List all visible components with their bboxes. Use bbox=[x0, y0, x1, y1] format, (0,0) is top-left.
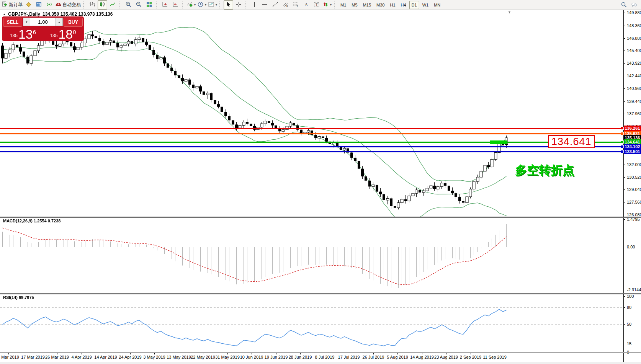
fibonacci-button[interactable]: F bbox=[291, 0, 301, 10]
volume-increase-button[interactable]: ▲ bbox=[56, 18, 63, 26]
text-label-button[interactable]: T bbox=[312, 0, 321, 10]
price-142.440-label: 142.440 bbox=[627, 73, 641, 78]
cursor-button[interactable] bbox=[224, 0, 233, 10]
dropdown-arrow-icon: ▾ bbox=[216, 3, 217, 7]
line-marker-133_501[interactable] bbox=[621, 150, 624, 153]
arrows-button[interactable]: ▾ bbox=[322, 0, 332, 10]
sell-price-display[interactable]: 135 13 6 bbox=[3, 26, 43, 40]
text-button[interactable]: A bbox=[301, 0, 311, 10]
timeframe-d1-button[interactable]: D1 bbox=[409, 1, 419, 9]
line-marker-136_261[interactable] bbox=[621, 127, 624, 130]
chart-window-icon bbox=[36, 1, 42, 8]
rsi-indicator-label: RSI(14) 69.7975 bbox=[3, 295, 34, 300]
collapse-triangle-icon[interactable]: ▲ bbox=[3, 13, 6, 16]
new-order-button[interactable]: 新订单 bbox=[1, 0, 23, 10]
buy-price-display[interactable]: 135 18 0 bbox=[43, 26, 83, 40]
indicators-button[interactable]: ▾ bbox=[186, 0, 196, 10]
hline-133_501[interactable] bbox=[0, 151, 623, 152]
buy-button[interactable]: BUY bbox=[64, 18, 83, 27]
vertical-line-button[interactable] bbox=[250, 0, 259, 10]
timeframe-h1-button[interactable]: H1 bbox=[388, 1, 397, 9]
trendline-button[interactable] bbox=[270, 0, 280, 10]
price-callout-label[interactable]: 134.641 bbox=[548, 135, 595, 148]
fibo-icon: F bbox=[293, 1, 299, 8]
indicators-icon bbox=[186, 1, 193, 8]
template-icon bbox=[208, 1, 214, 8]
autotrading-button[interactable]: 自动交易 bbox=[55, 0, 81, 10]
rsi-panel-canvas[interactable] bbox=[0, 294, 623, 352]
chart-shift-marker-icon[interactable]: ▼ bbox=[508, 10, 511, 14]
date-label: 19 Jun 2019 bbox=[265, 355, 288, 359]
autotrade-icon bbox=[55, 1, 62, 8]
line-marker-134_641[interactable] bbox=[621, 140, 624, 144]
annotation-text[interactable]: 多空转折点 bbox=[515, 162, 574, 178]
hline-134_102[interactable] bbox=[0, 146, 623, 147]
toolbar-separator bbox=[119, 2, 122, 8]
toolbar-separator bbox=[83, 2, 85, 8]
line-marker-134_102[interactable] bbox=[621, 145, 624, 148]
panel-separator-rsi[interactable] bbox=[0, 293, 641, 294]
timeframe-m5-button[interactable]: M5 bbox=[349, 1, 360, 9]
tile-windows-button[interactable] bbox=[144, 0, 154, 10]
price-143.920-label: 143.920 bbox=[627, 61, 641, 65]
crosshair-button[interactable] bbox=[234, 0, 244, 10]
candlestick-chart-button[interactable] bbox=[98, 0, 107, 10]
clock-icon bbox=[197, 1, 204, 8]
sell-button[interactable]: SELL bbox=[3, 18, 22, 27]
price-149.880-label: 149.880 bbox=[627, 10, 641, 15]
line-chart-button[interactable] bbox=[108, 0, 118, 10]
bar-chart-button[interactable] bbox=[87, 0, 97, 10]
timeframe-w1-button[interactable]: W1 bbox=[420, 1, 431, 9]
toolbar-right-group bbox=[619, 0, 639, 10]
search-button[interactable] bbox=[619, 0, 629, 10]
macd-panel-canvas[interactable] bbox=[0, 218, 623, 293]
date-tick bbox=[227, 353, 228, 354]
profiles-button[interactable] bbox=[24, 0, 33, 10]
chat-button[interactable] bbox=[630, 0, 639, 10]
line-price-label-133_501: 133.501 bbox=[624, 149, 641, 154]
volume-decrease-button[interactable]: ▼ bbox=[23, 18, 30, 26]
date-tick bbox=[33, 353, 33, 354]
date-label: 8 Jul 2019 bbox=[315, 355, 335, 359]
hline-134_641[interactable] bbox=[0, 142, 623, 143]
sell-price-prefix: 135 bbox=[10, 33, 18, 38]
textA-icon: A bbox=[303, 1, 309, 8]
timeframe-h4-button[interactable]: H4 bbox=[399, 1, 409, 9]
rsi-50-label: 50 bbox=[627, 322, 631, 326]
date-label: 23 Aug 2019 bbox=[434, 355, 458, 359]
timeframe-m30-button[interactable]: M30 bbox=[374, 1, 387, 9]
volume-input[interactable]: 1.00 bbox=[30, 18, 56, 26]
plot-axis-border bbox=[623, 10, 624, 362]
charts-window-button[interactable] bbox=[34, 0, 44, 10]
signals-button[interactable] bbox=[44, 0, 54, 10]
date-label: 24 Apr 2019 bbox=[119, 355, 141, 359]
auto-scroll-button[interactable] bbox=[160, 0, 170, 10]
dropdown-arrow-icon: ▾ bbox=[194, 3, 196, 7]
hline-136_261[interactable] bbox=[0, 128, 623, 129]
date-tick bbox=[179, 353, 179, 354]
chart-shift-button[interactable] bbox=[170, 0, 180, 10]
time-axis[interactable]: 7 Mar 201917 Mar 201926 Mar 20194 Apr 20… bbox=[0, 353, 641, 362]
zoom-out-button[interactable] bbox=[134, 0, 144, 10]
periods-button[interactable]: ▾ bbox=[197, 0, 207, 10]
line-marker-135_631[interactable] bbox=[621, 132, 624, 135]
cursor-icon bbox=[225, 1, 232, 8]
highlight-segment[interactable] bbox=[490, 140, 507, 144]
zoom-in-button[interactable] bbox=[124, 0, 133, 10]
timeframe-m15-button[interactable]: M15 bbox=[361, 1, 373, 9]
main-chart-canvas[interactable] bbox=[0, 10, 623, 217]
dropdown-arrow-icon: ▾ bbox=[205, 3, 206, 7]
timeframe-mn-button[interactable]: MN bbox=[432, 1, 443, 9]
horizontal-line-button[interactable] bbox=[260, 0, 270, 10]
templates-button[interactable]: ▾ bbox=[208, 0, 217, 10]
date-tick bbox=[130, 353, 131, 354]
timeframe-m1-button[interactable]: M1 bbox=[338, 1, 348, 9]
hline-135_631[interactable] bbox=[0, 133, 623, 134]
line-price-label-134_102: 134.102 bbox=[624, 144, 641, 149]
panel-separator-macd[interactable] bbox=[0, 217, 641, 218]
symbol-period-label: GBPJPY-,Daily bbox=[8, 11, 40, 17]
line-price-label-136_261: 136.261 bbox=[624, 126, 641, 131]
equidistant-channel-button[interactable]: E bbox=[281, 0, 290, 10]
date-label: 31 May 2019 bbox=[215, 355, 240, 359]
date-tick bbox=[203, 353, 203, 354]
